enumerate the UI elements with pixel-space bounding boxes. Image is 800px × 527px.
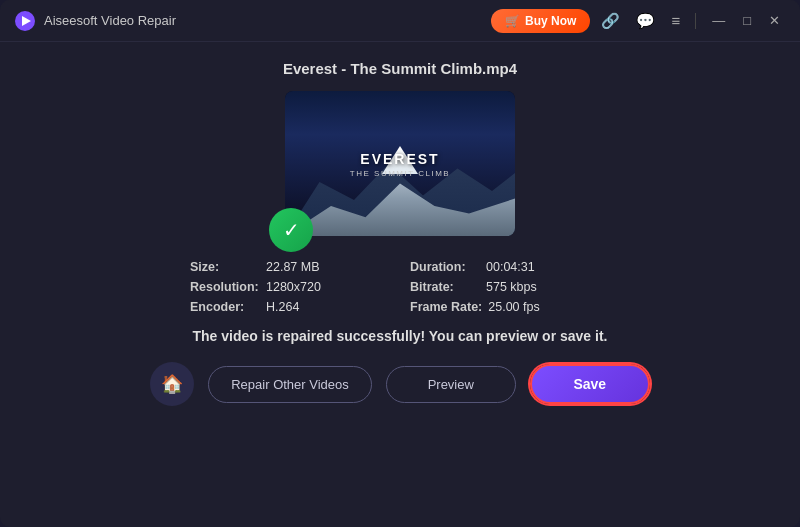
maximize-button[interactable]: □: [737, 11, 757, 30]
minimize-button[interactable]: —: [706, 11, 731, 30]
file-name: Everest - The Summit Climb.mp4: [283, 60, 517, 77]
duration-row: Duration: 00:04:31: [410, 260, 610, 274]
title-divider: [695, 13, 696, 29]
app-title: Aiseesoft Video Repair: [44, 13, 176, 28]
size-row: Size: 22.87 MB: [190, 260, 390, 274]
app-logo-icon: [14, 10, 36, 32]
success-check-badge: ✓: [269, 208, 313, 252]
main-content: Everest - The Summit Climb.mp4 EVEREST T…: [0, 42, 800, 527]
resolution-label: Resolution:: [190, 280, 260, 294]
buy-now-button[interactable]: 🛒 Buy Now: [491, 9, 590, 33]
video-thumbnail-wrapper: EVEREST THE SUMMIT CLIMB ✓: [285, 91, 515, 236]
checkmark-icon: ✓: [283, 218, 300, 242]
video-thumbnail: EVEREST THE SUMMIT CLIMB: [285, 91, 515, 236]
bitrate-row: Bitrate: 575 kbps: [410, 280, 610, 294]
success-message: The video is repaired successfully! You …: [193, 328, 608, 344]
title-bar: Aiseesoft Video Repair 🛒 Buy Now 🔗 💬 ≡ —…: [0, 0, 800, 42]
title-bar-right: 🛒 Buy Now 🔗 💬 ≡ — □ ✕: [491, 9, 786, 33]
link-button[interactable]: 🔗: [596, 10, 625, 32]
video-subtitle-text: THE SUMMIT CLIMB: [350, 168, 450, 177]
duration-value: 00:04:31: [486, 260, 535, 274]
encoder-row: Encoder: H.264: [190, 300, 390, 314]
mountain-background: EVEREST THE SUMMIT CLIMB: [285, 91, 515, 236]
video-overlay: EVEREST THE SUMMIT CLIMB: [350, 150, 450, 177]
bitrate-value: 575 kbps: [486, 280, 537, 294]
size-value: 22.87 MB: [266, 260, 320, 274]
bitrate-label: Bitrate:: [410, 280, 480, 294]
home-button[interactable]: 🏠: [150, 362, 194, 406]
info-grid: Size: 22.87 MB Duration: 00:04:31 Resolu…: [190, 260, 610, 314]
encoder-value: H.264: [266, 300, 299, 314]
encoder-label: Encoder:: [190, 300, 260, 314]
cart-icon: 🛒: [505, 14, 520, 28]
app-window: Aiseesoft Video Repair 🛒 Buy Now 🔗 💬 ≡ —…: [0, 0, 800, 527]
framerate-row: Frame Rate: 25.00 fps: [410, 300, 610, 314]
resolution-value: 1280x720: [266, 280, 321, 294]
repair-other-button[interactable]: Repair Other Videos: [208, 366, 372, 403]
framerate-value: 25.00 fps: [488, 300, 539, 314]
home-icon: 🏠: [161, 373, 183, 395]
chat-button[interactable]: 💬: [631, 10, 660, 32]
close-button[interactable]: ✕: [763, 11, 786, 30]
duration-label: Duration:: [410, 260, 480, 274]
action-row: 🏠 Repair Other Videos Preview Save: [150, 362, 650, 406]
video-title-text: EVEREST: [350, 150, 450, 166]
size-label: Size:: [190, 260, 260, 274]
menu-button[interactable]: ≡: [666, 10, 685, 31]
resolution-row: Resolution: 1280x720: [190, 280, 390, 294]
title-bar-left: Aiseesoft Video Repair: [14, 10, 176, 32]
preview-button[interactable]: Preview: [386, 366, 516, 403]
framerate-label: Frame Rate:: [410, 300, 482, 314]
save-button[interactable]: Save: [530, 364, 650, 404]
